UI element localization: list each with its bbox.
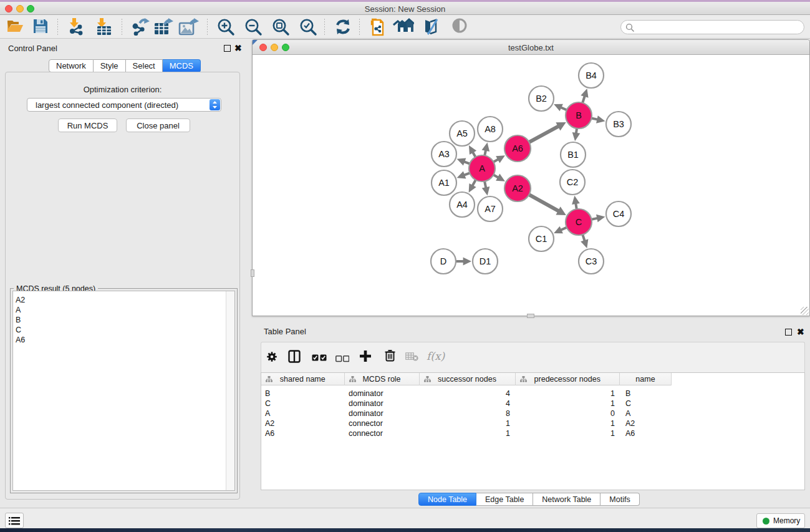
tab-mcds[interactable]: MCDS xyxy=(163,59,201,72)
table-row-A2[interactable]: A2connector11A2 xyxy=(261,418,804,428)
column-header-0[interactable]: shared name xyxy=(261,373,345,385)
function-builder-icon[interactable]: f(x) xyxy=(427,350,445,362)
node-label-A3: A3 xyxy=(438,149,450,159)
tab-network-table[interactable]: Network Table xyxy=(533,493,600,506)
network-resize-grip[interactable] xyxy=(801,307,809,315)
network-canvas[interactable]: B4B2BB3A5A8A6B1A3AC2A1A2A4A7C4CC1C3DD1 xyxy=(253,56,809,316)
column-header-3[interactable]: predecessor nodes xyxy=(516,373,620,385)
node-table[interactable]: shared nameMCDS rolesuccessor nodesprede… xyxy=(261,372,805,490)
control-panel-close-button[interactable]: ✖ xyxy=(234,45,242,52)
hide-panel-icon[interactable] xyxy=(422,18,440,38)
table-row-A6[interactable]: A6connector11A6 xyxy=(261,428,804,438)
column-header-1[interactable]: MCDS role xyxy=(345,373,420,385)
tab-style[interactable]: Style xyxy=(94,59,126,72)
edge-arrowhead xyxy=(482,143,490,152)
cell: connector xyxy=(345,428,416,438)
table-panel-close-button[interactable]: ✖ xyxy=(797,329,804,336)
memory-status-icon xyxy=(763,518,769,525)
table-settings-icon[interactable] xyxy=(266,351,277,365)
export-image-icon[interactable] xyxy=(178,18,199,38)
network-bottom-notch xyxy=(527,314,534,318)
tab-motifs[interactable]: Motifs xyxy=(600,493,639,506)
network-left-notch xyxy=(251,269,254,277)
mcds-result-item[interactable]: C xyxy=(13,325,234,335)
column-header-4[interactable]: name xyxy=(620,373,672,385)
edge-arrowhead xyxy=(596,115,605,123)
delete-table-icon[interactable] xyxy=(405,352,418,364)
node-label-B: B xyxy=(576,110,582,120)
table-toolbar: f(x) xyxy=(261,342,805,372)
refresh-icon[interactable] xyxy=(334,18,352,38)
memory-label: Memory xyxy=(773,516,800,525)
main-titlebar[interactable]: Session: New Session xyxy=(0,2,810,15)
unselect-all-icon[interactable] xyxy=(335,354,349,365)
table-row-C[interactable]: Cdominator41C xyxy=(261,399,804,409)
cell: 1 xyxy=(516,428,615,438)
node-label-D: D xyxy=(440,256,446,266)
node-label-A7: A7 xyxy=(485,204,496,214)
node-label-B1: B1 xyxy=(567,150,579,160)
mcds-result-item[interactable]: A2 xyxy=(13,295,234,305)
cell: dominator xyxy=(345,409,416,418)
optimization-criterion-dropdown[interactable]: largest connected component (directed) xyxy=(27,98,221,112)
cell: B xyxy=(620,389,666,399)
open-file-icon[interactable] xyxy=(6,18,24,37)
node-label-A: A xyxy=(479,163,485,173)
zoom-fit-icon[interactable] xyxy=(272,18,290,39)
search-input[interactable] xyxy=(620,20,804,34)
table-row-B[interactable]: Bdominator41B xyxy=(261,389,804,399)
cell: A xyxy=(261,409,341,418)
run-mcds-button[interactable]: Run MCDS xyxy=(58,118,117,132)
clone-network-icon[interactable] xyxy=(369,18,387,39)
network-window-titlebar[interactable]: testGlobe.txt xyxy=(253,40,809,55)
export-network-icon[interactable] xyxy=(131,18,150,38)
control-panel-float-button[interactable] xyxy=(224,45,231,52)
add-icon[interactable] xyxy=(359,350,372,365)
edge-arrowhead xyxy=(463,258,471,266)
import-table-file-icon[interactable] xyxy=(95,18,112,38)
edge-A6-B[interactable] xyxy=(526,126,559,144)
zoom-in-icon[interactable] xyxy=(217,18,235,39)
node-table-header[interactable]: shared nameMCDS rolesuccessor nodesprede… xyxy=(261,373,672,385)
import-network-file-icon[interactable] xyxy=(67,18,85,38)
cell: 1 xyxy=(516,399,615,409)
export-table-icon[interactable] xyxy=(153,18,173,38)
mcds-result-item[interactable]: A xyxy=(13,305,234,315)
tab-edge-table[interactable]: Edge Table xyxy=(476,493,533,506)
column-label: successor nodes xyxy=(420,375,515,384)
cell: A2 xyxy=(620,418,666,428)
tab-select[interactable]: Select xyxy=(126,59,163,72)
save-session-icon[interactable] xyxy=(32,18,49,37)
zoom-selected-icon[interactable] xyxy=(299,18,317,39)
home-icon[interactable] xyxy=(393,18,414,37)
node-label-B4: B4 xyxy=(586,70,597,80)
node-label-A8: A8 xyxy=(485,124,496,134)
node-label-C3: C3 xyxy=(586,256,597,266)
close-panel-button[interactable]: Close panel xyxy=(126,118,190,132)
mcds-result-item[interactable]: B xyxy=(13,315,234,325)
node-label-A1: A1 xyxy=(438,178,450,188)
tab-network[interactable]: Network xyxy=(49,59,94,72)
result-scrollbar[interactable] xyxy=(226,291,234,490)
memory-button[interactable]: Memory xyxy=(756,513,805,528)
edge-A2-C[interactable] xyxy=(526,193,559,211)
cell: B xyxy=(261,389,341,399)
table-panel-float-button[interactable] xyxy=(785,329,792,336)
select-all-icon[interactable] xyxy=(312,353,327,364)
edge-arrowhead xyxy=(572,196,580,205)
node-label-A5: A5 xyxy=(456,128,468,138)
node-label-D1: D1 xyxy=(480,256,491,266)
node-label-A2: A2 xyxy=(512,183,523,193)
show-column-icon[interactable] xyxy=(288,350,301,365)
tab-node-table[interactable]: Node Table xyxy=(418,493,476,506)
column-header-2[interactable]: successor nodes xyxy=(420,373,516,385)
zoom-out-icon[interactable] xyxy=(244,18,263,39)
delete-icon[interactable] xyxy=(385,349,395,364)
task-history-button[interactable] xyxy=(5,513,24,528)
cell: 1 xyxy=(420,428,511,438)
table-row-A[interactable]: Adominator80A xyxy=(261,409,804,418)
show-panel-icon[interactable] xyxy=(450,18,469,36)
desktop-strip-bottom xyxy=(0,528,810,532)
mcds-result-item[interactable]: A6 xyxy=(13,335,234,345)
mcds-result-list[interactable]: A2ABCA6 xyxy=(12,291,235,491)
